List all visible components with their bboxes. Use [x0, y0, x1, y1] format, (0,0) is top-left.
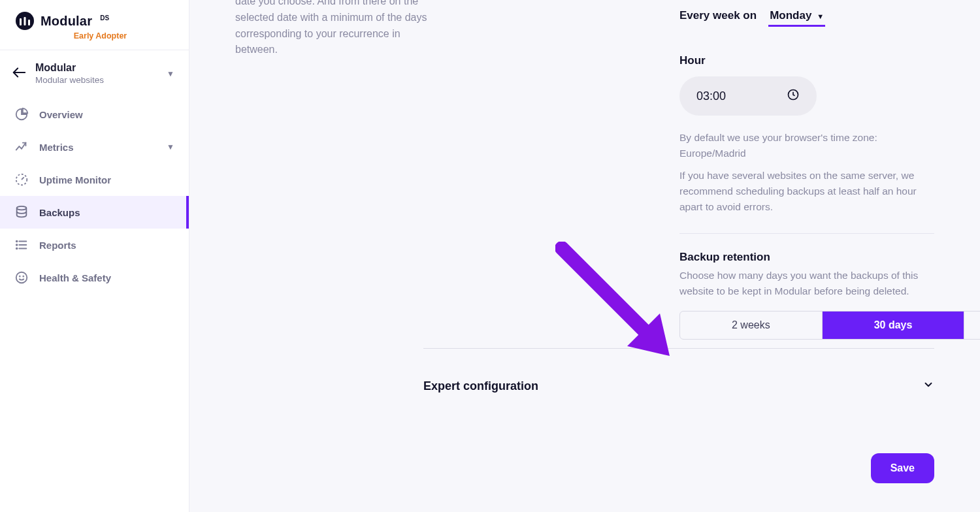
sidebar-item-overview[interactable]: Overview — [0, 98, 189, 131]
chevron-down-icon: ▼ — [167, 142, 174, 152]
hour-label: Hour — [679, 54, 934, 67]
site-selector[interactable]: Modular Modular websites ▼ — [0, 50, 189, 94]
section-divider — [423, 348, 934, 349]
chevron-down-icon[interactable]: ▼ — [167, 69, 174, 78]
divider — [679, 233, 934, 234]
expert-config-toggle[interactable]: Expert configuration — [423, 379, 934, 393]
site-name: Modular — [35, 62, 157, 74]
clock-icon — [787, 88, 800, 104]
retention-title: Backup retention — [679, 251, 934, 264]
sidebar-item-label: Reports — [39, 240, 76, 251]
sidebar: Modular DS Early Adopter Modular Modular… — [0, 0, 189, 512]
sidebar-nav: Overview Metrics ▼ Uptime Monitor Backup… — [0, 94, 189, 512]
smile-icon — [14, 270, 29, 285]
sidebar-item-label: Uptime Monitor — [39, 174, 111, 185]
sidebar-item-reports[interactable]: Reports — [0, 229, 189, 261]
brand-logo-icon — [16, 12, 34, 30]
expert-label: Expert configuration — [423, 379, 538, 393]
retention-option-2weeks[interactable]: 2 weeks — [680, 312, 823, 339]
sidebar-item-label: Metrics — [39, 142, 74, 153]
dropdown-triangle-icon: ▼ — [817, 12, 824, 20]
site-subtitle: Modular websites — [35, 75, 157, 85]
svg-point-8 — [16, 272, 27, 283]
timezone-note: By default we use your browser's time zo… — [679, 130, 934, 161]
brand-tagline: Early Adopter — [27, 31, 173, 40]
trend-icon — [14, 140, 29, 154]
day-value: Monday — [770, 9, 811, 22]
list-icon — [14, 238, 29, 252]
retention-option-45days[interactable]: 45 days — [964, 312, 980, 339]
brand-name: Modular — [41, 14, 92, 29]
database-icon — [14, 205, 29, 219]
hour-value: 03:00 — [696, 89, 726, 103]
svg-point-5 — [16, 241, 18, 242]
svg-rect-1 — [24, 17, 26, 25]
schedule-description: date you choose. And from there on the s… — [235, 0, 444, 58]
sidebar-item-health[interactable]: Health & Safety — [0, 261, 189, 294]
back-arrow-icon[interactable] — [12, 65, 26, 82]
svg-point-9 — [20, 276, 20, 277]
svg-rect-2 — [28, 20, 30, 25]
retention-segment: 2 weeks 30 days 45 days — [679, 311, 980, 340]
hour-input[interactable]: 03:00 — [679, 76, 817, 116]
frequency-label: Every week on — [679, 9, 757, 22]
sidebar-item-uptime[interactable]: Uptime Monitor — [0, 163, 189, 196]
chevron-down-icon — [923, 379, 934, 393]
svg-rect-0 — [20, 18, 22, 25]
svg-point-6 — [16, 244, 18, 246]
svg-point-4 — [17, 206, 27, 210]
retention-option-30days[interactable]: 30 days — [823, 312, 965, 339]
svg-point-10 — [23, 276, 24, 277]
retention-desc: Choose how many days you want the backup… — [679, 268, 934, 299]
sidebar-item-label: Backups — [39, 207, 80, 218]
logo-area: Modular DS Early Adopter — [0, 0, 189, 50]
day-select[interactable]: Monday ▼ — [768, 8, 825, 27]
spacing-note: If you have several websites on the same… — [679, 168, 934, 215]
annotation-arrow-icon — [555, 242, 686, 372]
gauge-icon — [14, 172, 29, 187]
pie-icon — [14, 107, 29, 121]
sidebar-item-metrics[interactable]: Metrics ▼ — [0, 131, 189, 163]
brand-suffix: DS — [100, 14, 109, 22]
main-content: date you choose. And from there on the s… — [189, 0, 980, 512]
frequency-row: Every week on Monday ▼ — [679, 8, 934, 27]
sidebar-item-label: Health & Safety — [39, 272, 111, 283]
save-button[interactable]: Save — [871, 453, 934, 483]
sidebar-item-backups[interactable]: Backups — [0, 196, 189, 229]
svg-point-7 — [16, 248, 18, 249]
sidebar-item-label: Overview — [39, 109, 83, 120]
